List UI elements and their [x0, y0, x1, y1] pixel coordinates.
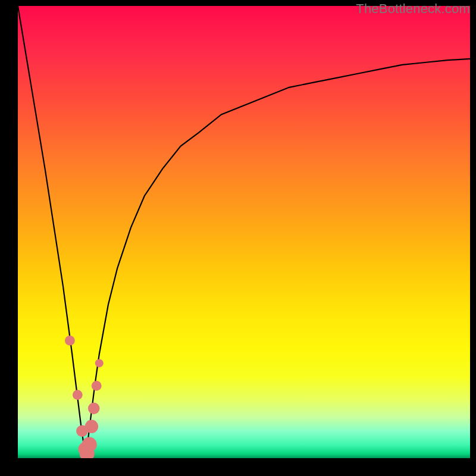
marker-dot — [82, 437, 97, 452]
chart-frame: TheBottleneck.com — [0, 0, 476, 476]
bottleneck-curve-svg — [18, 6, 470, 458]
plot-area — [18, 6, 470, 458]
marker-dot — [65, 336, 75, 346]
marker-dot — [95, 359, 104, 367]
watermark-text: TheBottleneck.com — [356, 1, 470, 17]
marker-cluster — [65, 336, 104, 458]
marker-dot — [88, 403, 100, 415]
marker-dot — [73, 390, 83, 400]
bottleneck-curve-path — [18, 6, 470, 458]
marker-dot — [92, 381, 102, 391]
marker-dot — [85, 420, 98, 433]
